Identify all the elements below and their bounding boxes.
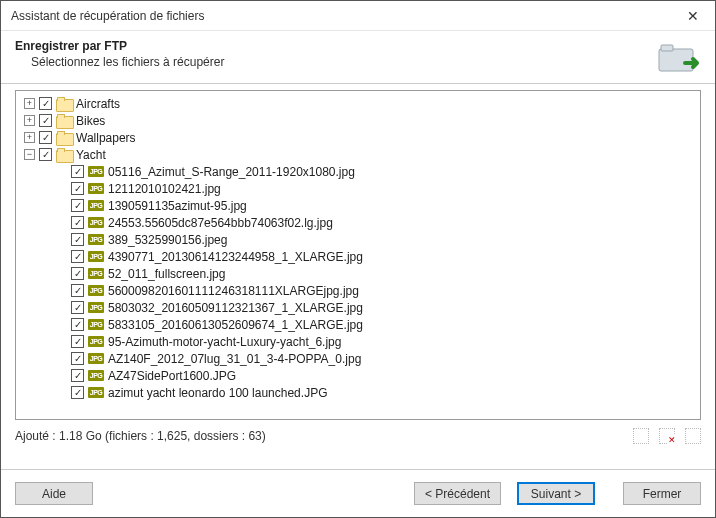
tree-row-file[interactable]: ✓JPGAZ140F_2012_07lug_31_01_3-4-POPPA_0.…: [20, 350, 700, 367]
jpg-icon: JPG: [88, 199, 104, 213]
close-icon[interactable]: ✕: [670, 1, 715, 31]
tree-row-file[interactable]: ✓JPGazimut yacht leonardo 100 launched.J…: [20, 384, 700, 401]
checkbox[interactable]: ✓: [71, 335, 84, 348]
jpg-icon: JPG: [88, 182, 104, 196]
checkbox[interactable]: ✓: [39, 114, 52, 127]
tree-item-label: 5600098201601111246318111XLARGEjpg.jpg: [108, 284, 359, 298]
tree-item-label: 24553.55605dc87e564bbb74063f02.lg.jpg: [108, 216, 333, 230]
window-titlebar: Assistant de récupération de fichiers ✕: [1, 1, 715, 31]
tree-item-label: Aircrafts: [76, 97, 120, 111]
jpg-icon: JPG: [88, 318, 104, 332]
checkbox[interactable]: ✓: [71, 386, 84, 399]
expander-spacer: [56, 183, 67, 194]
jpg-icon: JPG: [88, 165, 104, 179]
header-title: Enregistrer par FTP: [15, 39, 655, 53]
jpg-icon: JPG: [88, 386, 104, 400]
options-icon[interactable]: [685, 428, 701, 444]
svg-rect-0: [659, 49, 693, 71]
expander-spacer: [56, 234, 67, 245]
tree-row-file[interactable]: ✓JPG5833105_20160613052609674_1_XLARGE.j…: [20, 316, 700, 333]
tree-row-file[interactable]: ✓JPG95-Azimuth-motor-yacht-Luxury-yacht_…: [20, 333, 700, 350]
clear-selection-icon[interactable]: [659, 428, 675, 444]
expander-spacer: [56, 353, 67, 364]
expander-spacer: [56, 319, 67, 330]
expander-spacer: [56, 217, 67, 228]
checkbox[interactable]: ✓: [71, 301, 84, 314]
help-button[interactable]: Aide: [15, 482, 93, 505]
tree-item-label: Bikes: [76, 114, 105, 128]
header-rule: [1, 83, 715, 84]
expand-icon[interactable]: +: [24, 98, 35, 109]
checkbox[interactable]: ✓: [71, 284, 84, 297]
jpg-icon: JPG: [88, 216, 104, 230]
tree-item-label: 5833105_20160613052609674_1_XLARGE.jpg: [108, 318, 363, 332]
next-button[interactable]: Suivant >: [517, 482, 595, 505]
tree-row-file[interactable]: ✓JPGAZ47SidePort1600.JPG: [20, 367, 700, 384]
checkbox[interactable]: ✓: [39, 148, 52, 161]
jpg-icon: JPG: [88, 284, 104, 298]
folder-icon: [56, 114, 72, 128]
status-icons: [633, 428, 701, 444]
tree-item-label: 389_5325990156.jpeg: [108, 233, 227, 247]
checkbox[interactable]: ✓: [71, 165, 84, 178]
tree-item-label: 4390771_20130614123244958_1_XLARGE.jpg: [108, 250, 363, 264]
tree-row-folder[interactable]: −✓Yacht: [20, 146, 700, 163]
tree-row-folder[interactable]: +✓Aircrafts: [20, 95, 700, 112]
tree-row-file[interactable]: ✓JPG389_5325990156.jpeg: [20, 231, 700, 248]
expander-spacer: [56, 336, 67, 347]
expander-spacer: [56, 387, 67, 398]
collapse-icon[interactable]: −: [24, 149, 35, 160]
tree-item-label: 05116_Azimut_S-Range_2011-1920x1080.jpg: [108, 165, 355, 179]
checkbox[interactable]: ✓: [71, 318, 84, 331]
ftp-folder-icon: [655, 39, 703, 77]
tree-row-file[interactable]: ✓JPG24553.55605dc87e564bbb74063f02.lg.jp…: [20, 214, 700, 231]
tree-row-file[interactable]: ✓JPG05116_Azimut_S-Range_2011-1920x1080.…: [20, 163, 700, 180]
status-text: Ajouté : 1.18 Go (fichiers : 1,625, doss…: [15, 429, 266, 443]
expander-spacer: [56, 200, 67, 211]
expander-spacer: [56, 166, 67, 177]
tree-row-folder[interactable]: +✓Bikes: [20, 112, 700, 129]
selection-icon[interactable]: [633, 428, 649, 444]
expand-icon[interactable]: +: [24, 115, 35, 126]
tree-item-label: 12112010102421.jpg: [108, 182, 221, 196]
file-tree[interactable]: +✓Aircrafts+✓Bikes+✓Wallpapers−✓Yacht✓JP…: [16, 91, 700, 419]
header-subtitle: Sélectionnez les fichiers à récupérer: [31, 55, 655, 69]
checkbox[interactable]: ✓: [71, 267, 84, 280]
tree-row-folder[interactable]: +✓Wallpapers: [20, 129, 700, 146]
previous-button[interactable]: < Précédent: [414, 482, 501, 505]
tree-row-file[interactable]: ✓JPG12112010102421.jpg: [20, 180, 700, 197]
svg-rect-1: [661, 45, 673, 51]
tree-row-file[interactable]: ✓JPG1390591135azimut-95.jpg: [20, 197, 700, 214]
checkbox[interactable]: ✓: [39, 131, 52, 144]
tree-item-label: AZ140F_2012_07lug_31_01_3-4-POPPA_0.jpg: [108, 352, 361, 366]
checkbox[interactable]: ✓: [71, 233, 84, 246]
jpg-icon: JPG: [88, 250, 104, 264]
checkbox[interactable]: ✓: [71, 369, 84, 382]
tree-item-label: AZ47SidePort1600.JPG: [108, 369, 236, 383]
jpg-icon: JPG: [88, 369, 104, 383]
checkbox[interactable]: ✓: [71, 352, 84, 365]
tree-item-label: 5803032_20160509112321367_1_XLARGE.jpg: [108, 301, 363, 315]
jpg-icon: JPG: [88, 335, 104, 349]
expand-icon[interactable]: +: [24, 132, 35, 143]
window-title: Assistant de récupération de fichiers: [11, 9, 204, 23]
expander-spacer: [56, 285, 67, 296]
checkbox[interactable]: ✓: [39, 97, 52, 110]
checkbox[interactable]: ✓: [71, 182, 84, 195]
expander-spacer: [56, 268, 67, 279]
jpg-icon: JPG: [88, 352, 104, 366]
tree-row-file[interactable]: ✓JPG4390771_20130614123244958_1_XLARGE.j…: [20, 248, 700, 265]
tree-item-label: 1390591135azimut-95.jpg: [108, 199, 247, 213]
tree-row-file[interactable]: ✓JPG52_011_fullscreen.jpg: [20, 265, 700, 282]
jpg-icon: JPG: [88, 233, 104, 247]
checkbox[interactable]: ✓: [71, 216, 84, 229]
tree-row-file[interactable]: ✓JPG5803032_20160509112321367_1_XLARGE.j…: [20, 299, 700, 316]
expander-spacer: [56, 370, 67, 381]
tree-item-label: 52_011_fullscreen.jpg: [108, 267, 225, 281]
expander-spacer: [56, 302, 67, 313]
checkbox[interactable]: ✓: [71, 199, 84, 212]
checkbox[interactable]: ✓: [71, 250, 84, 263]
folder-icon: [56, 97, 72, 111]
close-button[interactable]: Fermer: [623, 482, 701, 505]
tree-row-file[interactable]: ✓JPG5600098201601111246318111XLARGEjpg.j…: [20, 282, 700, 299]
